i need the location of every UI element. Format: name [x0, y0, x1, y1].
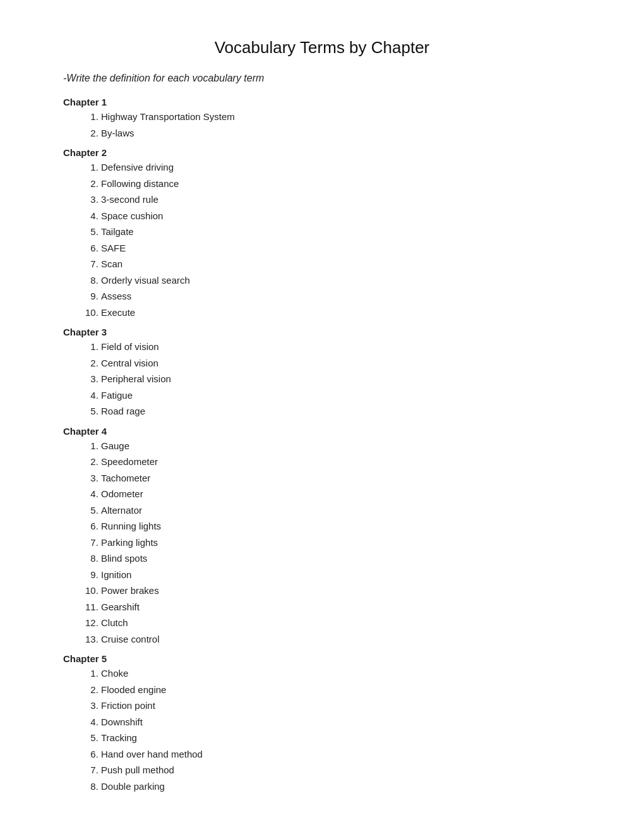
list-item: Peripheral vision	[101, 371, 581, 387]
list-item: Following distance	[101, 176, 581, 192]
list-item: 3-second rule	[101, 191, 581, 208]
chapter-block-5: Chapter 5ChokeFlooded engineFriction poi…	[63, 653, 581, 794]
list-item: Road rage	[101, 403, 581, 420]
list-item: Fatigue	[101, 387, 581, 404]
chapter-list-3: Field of visionCentral visionPeripheral …	[88, 339, 581, 420]
chapter-heading-4: Chapter 4	[63, 426, 581, 437]
list-item: Space cushion	[101, 208, 581, 224]
chapter-list-2: Defensive drivingFollowing distance3-sec…	[88, 159, 581, 320]
list-item: Cruise control	[101, 631, 581, 648]
list-item: Alternator	[101, 502, 581, 519]
chapter-list-5: ChokeFlooded engineFriction pointDownshi…	[88, 665, 581, 794]
list-item: Downshift	[101, 714, 581, 730]
chapters-container: Chapter 1Highway Transportation SystemBy…	[63, 97, 581, 794]
list-item: By-laws	[101, 125, 581, 142]
list-item: Execute	[101, 305, 581, 321]
list-item: Running lights	[101, 518, 581, 535]
list-item: Double parking	[101, 778, 581, 795]
chapter-heading-2: Chapter 2	[63, 147, 581, 158]
list-item: Clutch	[101, 615, 581, 631]
list-item: Central vision	[101, 355, 581, 372]
list-item: Gearshift	[101, 599, 581, 615]
list-item: Tracking	[101, 730, 581, 746]
chapter-block-2: Chapter 2Defensive drivingFollowing dist…	[63, 147, 581, 320]
list-item: Gauge	[101, 438, 581, 454]
list-item: Tailgate	[101, 224, 581, 240]
chapter-list-1: Highway Transportation SystemBy-laws	[88, 109, 581, 141]
list-item: Friction point	[101, 698, 581, 714]
chapter-heading-1: Chapter 1	[63, 97, 581, 107]
list-item: Scan	[101, 256, 581, 272]
list-item: Highway Transportation System	[101, 109, 581, 125]
chapter-heading-5: Chapter 5	[63, 653, 581, 664]
list-item: Choke	[101, 665, 581, 682]
list-item: Orderly visual search	[101, 272, 581, 289]
list-item: Field of vision	[101, 339, 581, 355]
list-item: Push pull method	[101, 762, 581, 778]
list-item: Speedometer	[101, 454, 581, 470]
list-item: Assess	[101, 288, 581, 305]
list-item: Defensive driving	[101, 159, 581, 176]
list-item: Tachometer	[101, 470, 581, 486]
list-item: Odometer	[101, 486, 581, 502]
chapter-block-1: Chapter 1Highway Transportation SystemBy…	[63, 97, 581, 141]
chapter-block-3: Chapter 3Field of visionCentral visionPe…	[63, 327, 581, 420]
chapter-list-4: GaugeSpeedometerTachometerOdometerAltern…	[88, 438, 581, 648]
list-item: Power brakes	[101, 583, 581, 599]
list-item: Flooded engine	[101, 682, 581, 698]
chapter-heading-3: Chapter 3	[63, 327, 581, 337]
list-item: Parking lights	[101, 535, 581, 551]
page-title: Vocabulary Terms by Chapter	[63, 38, 581, 57]
chapter-block-4: Chapter 4GaugeSpeedometerTachometerOdome…	[63, 426, 581, 648]
list-item: Hand over hand method	[101, 746, 581, 763]
list-item: Ignition	[101, 567, 581, 583]
list-item: SAFE	[101, 240, 581, 257]
subtitle: -Write the definition for each vocabular…	[63, 73, 581, 84]
list-item: Blind spots	[101, 550, 581, 567]
